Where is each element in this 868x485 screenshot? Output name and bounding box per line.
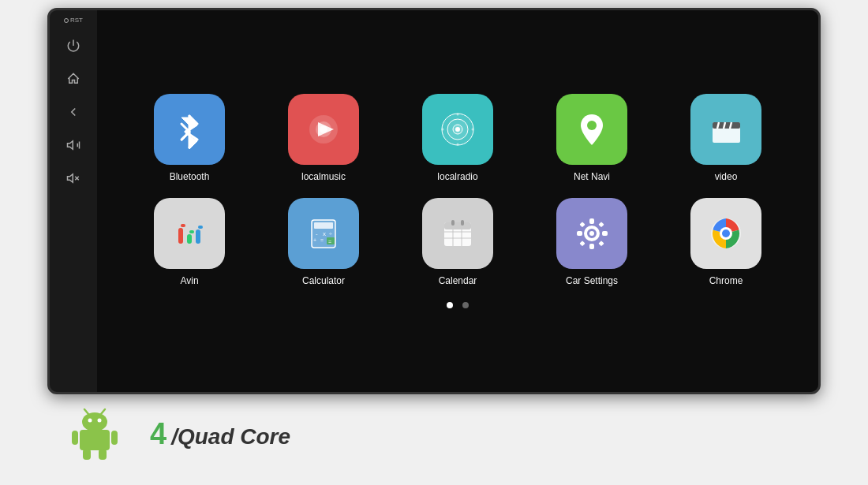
quad-number: 4 [150, 417, 166, 451]
quad-core-text: 4 /Quad Core [150, 417, 290, 451]
svg-point-16 [441, 128, 443, 130]
carsettings-icon [556, 198, 627, 269]
localradio-label: localradio [437, 171, 477, 182]
device-shell: RST [47, 8, 821, 394]
svg-rect-55 [579, 241, 585, 246]
svg-point-13 [455, 127, 460, 132]
localradio-icon [422, 94, 493, 165]
svg-rect-28 [196, 229, 200, 244]
svg-rect-69 [99, 449, 107, 460]
app-calculator[interactable]: - x ÷ + = = Calculator [268, 198, 379, 286]
svg-point-62 [88, 418, 92, 422]
netnavi-label: Net Navi [574, 171, 610, 182]
svg-rect-67 [111, 431, 118, 445]
power-button[interactable] [62, 35, 84, 57]
app-localradio[interactable]: localradio [402, 94, 513, 182]
calculator-icon: - x ÷ + = = [288, 198, 359, 269]
carsettings-label: Car Settings [566, 275, 618, 286]
svg-marker-3 [68, 174, 73, 183]
left-panel: RST [50, 10, 97, 392]
svg-text:+: + [313, 237, 316, 243]
app-bluetooth[interactable]: Bluetooth [134, 94, 245, 182]
volume-down-button[interactable] [62, 167, 84, 189]
localmusic-label: localmusic [301, 171, 346, 182]
svg-rect-46 [461, 220, 464, 226]
app-chrome[interactable]: Chrome [671, 198, 781, 286]
video-icon [690, 94, 761, 165]
quad-label: /Quad Core [171, 424, 290, 450]
svg-rect-54 [598, 222, 604, 227]
svg-rect-66 [72, 431, 78, 445]
svg-line-64 [84, 409, 88, 414]
svg-text:÷: ÷ [329, 231, 332, 237]
calculator-label: Calculator [302, 275, 345, 286]
svg-rect-27 [189, 230, 194, 233]
svg-rect-52 [602, 231, 608, 236]
localmusic-icon [288, 94, 359, 165]
svg-point-63 [97, 418, 101, 422]
svg-rect-60 [80, 430, 110, 450]
svg-rect-49 [589, 218, 594, 224]
svg-text:x: x [323, 230, 326, 237]
app-netnavi[interactable]: Net Navi [537, 94, 647, 182]
apps-grid: Bluetooth localmusic [134, 94, 781, 286]
svg-text:-: - [316, 230, 318, 237]
svg-point-59 [722, 229, 730, 237]
dot-1[interactable] [447, 302, 453, 308]
android-logo [63, 402, 126, 465]
svg-rect-29 [198, 226, 203, 229]
chrome-icon [690, 198, 761, 269]
svg-rect-50 [589, 244, 594, 249]
svg-text:=: = [320, 237, 324, 243]
avin-icon [154, 198, 225, 269]
bottom-section: 4 /Quad Core [47, 382, 868, 485]
dot-2[interactable] [462, 302, 469, 308]
svg-rect-40 [444, 222, 471, 229]
app-calendar[interactable]: Calendar [402, 198, 513, 286]
avin-label: Avin [180, 275, 198, 286]
video-label: video [715, 171, 738, 182]
svg-rect-56 [598, 241, 604, 246]
rst-label: RST [64, 17, 83, 24]
calendar-icon [422, 198, 493, 269]
rst-text: RST [70, 17, 83, 24]
chrome-label: Chrome [709, 275, 743, 286]
home-button[interactable] [62, 68, 84, 90]
app-video[interactable]: video [671, 94, 781, 182]
screen: Bluetooth localmusic [97, 10, 818, 392]
svg-rect-51 [577, 231, 582, 236]
svg-text:=: = [328, 239, 331, 244]
svg-rect-68 [83, 449, 91, 460]
svg-rect-31 [314, 222, 333, 229]
app-avin[interactable]: Avin [134, 198, 245, 286]
bluetooth-icon [154, 94, 225, 165]
svg-marker-0 [68, 141, 73, 150]
bluetooth-label: Bluetooth [170, 171, 210, 182]
svg-point-14 [456, 113, 458, 115]
svg-point-17 [471, 128, 473, 130]
svg-point-15 [456, 143, 458, 145]
app-carsettings[interactable]: Car Settings [537, 198, 647, 286]
app-localmusic[interactable]: localmusic [268, 94, 379, 182]
svg-point-18 [587, 121, 597, 130]
svg-rect-25 [181, 224, 185, 227]
netnavi-icon [556, 94, 627, 165]
volume-up-button[interactable] [62, 134, 84, 156]
svg-rect-53 [579, 222, 585, 227]
svg-rect-24 [178, 228, 183, 244]
svg-line-65 [101, 409, 105, 414]
svg-rect-26 [187, 234, 192, 244]
svg-point-48 [589, 231, 594, 236]
svg-point-61 [82, 412, 107, 431]
calendar-label: Calendar [439, 275, 477, 286]
svg-rect-45 [451, 220, 455, 226]
pagination [447, 302, 469, 308]
back-button[interactable] [62, 101, 84, 123]
